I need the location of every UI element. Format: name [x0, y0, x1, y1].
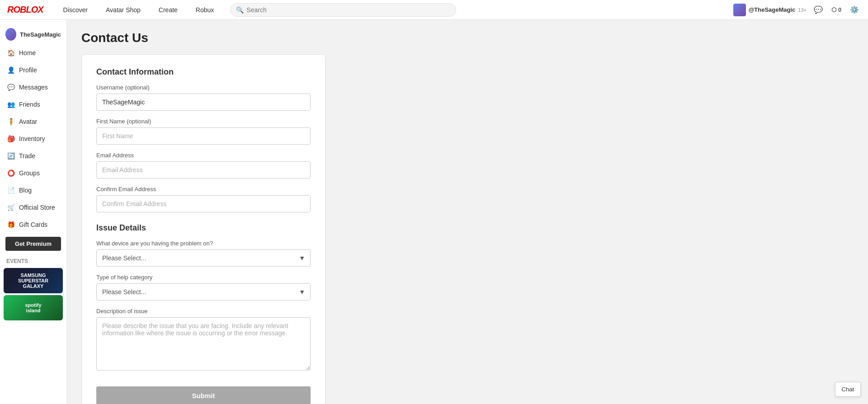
chat-icon[interactable]: 💬	[812, 4, 825, 16]
username-label: @TheSageMagic	[749, 6, 796, 13]
nav-discover[interactable]: Discover	[54, 0, 97, 20]
gift-cards-icon: 🎁	[6, 220, 15, 229]
sidebar-gift-cards-label: Gift Cards	[19, 221, 47, 228]
help-category-select-wrapper: Please Select... ▼	[96, 283, 311, 301]
robux-count: 0	[838, 6, 841, 13]
contact-form-card: Contact Information Username (optional) …	[81, 54, 326, 404]
sidebar-inventory-label: Inventory	[19, 135, 45, 142]
sidebar-item-trade[interactable]: 🔄 Trade	[0, 147, 66, 164]
sidebar-item-friends[interactable]: 👥 Friends	[0, 96, 66, 113]
email-input[interactable]	[96, 161, 311, 179]
avatar-icon: 🧍	[6, 117, 15, 126]
device-select-wrapper: Please Select... ▼	[96, 249, 311, 267]
settings-icon[interactable]: ⚙️	[848, 4, 861, 16]
username-field-group: Username (optional)	[96, 84, 311, 111]
sidebar-item-avatar[interactable]: 🧍 Avatar	[0, 113, 66, 130]
nav-avatar-shop[interactable]: Avatar Shop	[97, 0, 150, 20]
sidebar: TheSageMagic 🏠 Home 👤 Profile 💬 Messages…	[0, 20, 67, 404]
sidebar-item-home[interactable]: 🏠 Home	[0, 44, 66, 61]
friends-icon: 👥	[6, 100, 15, 109]
sidebar-blog-label: Blog	[19, 187, 32, 194]
get-premium-button[interactable]: Get Premium	[5, 237, 61, 251]
avatar	[733, 4, 746, 16]
submit-button[interactable]: Submit	[96, 386, 311, 404]
sidebar-item-profile[interactable]: 👤 Profile	[0, 61, 66, 79]
robux-icon: ⬡	[831, 6, 836, 13]
confirm-email-field-group: Confirm Email Address	[96, 186, 311, 212]
spotify-event-text: spotifyisland	[25, 302, 41, 313]
messages-icon: 💬	[6, 83, 15, 92]
firstname-input[interactable]	[96, 127, 311, 145]
device-select[interactable]: Please Select...	[96, 249, 311, 267]
sidebar-item-official-store[interactable]: 🛒 Official Store	[0, 199, 66, 216]
page-title: Contact Us	[81, 31, 854, 45]
nav-links: Discover Avatar Shop Create Robux	[54, 0, 223, 20]
firstname-label: First Name (optional)	[96, 118, 311, 125]
event-spotify-banner[interactable]: spotifyisland	[4, 295, 63, 320]
samsung-event-text: SAMSUNGSUPERSTARGALAXY	[18, 272, 48, 289]
roblox-logo[interactable]: ROBLOX	[7, 5, 43, 15]
event-samsung-banner[interactable]: SAMSUNGSUPERSTARGALAXY	[4, 268, 63, 293]
sidebar-messages-label: Messages	[19, 84, 48, 91]
firstname-field-group: First Name (optional)	[96, 118, 311, 145]
nav-create[interactable]: Create	[150, 0, 187, 20]
contact-info-title: Contact Information	[96, 67, 311, 77]
layout: TheSageMagic 🏠 Home 👤 Profile 💬 Messages…	[0, 0, 868, 404]
inventory-icon: 🎒	[6, 134, 15, 143]
help-category-field-group: Type of help category Please Select... ▼	[96, 274, 311, 301]
profile-icon: 👤	[6, 66, 15, 75]
nav-robux[interactable]: Robux	[187, 0, 223, 20]
chat-button[interactable]: Chat	[835, 382, 861, 397]
top-nav: ROBLOX Discover Avatar Shop Create Robux…	[0, 0, 868, 20]
search-bar[interactable]: 🔍	[230, 3, 456, 17]
sidebar-item-messages[interactable]: 💬 Messages	[0, 79, 66, 96]
robux-display[interactable]: ⬡ 0	[830, 4, 843, 16]
description-field-group: Description of issue	[96, 308, 311, 372]
sidebar-home-label: Home	[19, 49, 36, 56]
confirm-email-input[interactable]	[96, 195, 311, 212]
events-label: Events	[0, 254, 66, 266]
username-input[interactable]	[96, 94, 311, 111]
sidebar-username: TheSageMagic	[20, 31, 61, 38]
email-field-group: Email Address	[96, 152, 311, 179]
blog-icon: 📄	[6, 186, 15, 195]
main-content: Contact Us Contact Information Username …	[67, 20, 868, 404]
nav-right: @TheSageMagic 13+ 💬 ⬡ 0 ⚙️	[733, 4, 861, 16]
confirm-email-label: Confirm Email Address	[96, 186, 311, 193]
issue-details-title: Issue Details	[96, 223, 311, 233]
sidebar-avatar-label: Avatar	[19, 118, 37, 125]
age-label: 13+	[798, 7, 807, 13]
user-menu[interactable]: @TheSageMagic 13+	[733, 4, 807, 16]
sidebar-trade-label: Trade	[19, 152, 35, 160]
sidebar-groups-label: Groups	[19, 169, 40, 177]
email-label: Email Address	[96, 152, 311, 159]
sidebar-avatar	[5, 28, 16, 41]
device-label: What device are you having the problem o…	[96, 240, 311, 247]
help-category-label: Type of help category	[96, 274, 311, 281]
sidebar-item-inventory[interactable]: 🎒 Inventory	[0, 130, 66, 147]
description-textarea[interactable]	[96, 317, 311, 371]
search-input[interactable]	[246, 6, 450, 14]
search-icon: 🔍	[236, 6, 244, 14]
sidebar-item-gift-cards[interactable]: 🎁 Gift Cards	[0, 216, 66, 233]
groups-icon: ⭕	[6, 169, 15, 178]
description-label: Description of issue	[96, 308, 311, 315]
help-category-select[interactable]: Please Select...	[96, 283, 311, 301]
sidebar-user[interactable]: TheSageMagic	[0, 23, 66, 44]
trade-icon: 🔄	[6, 151, 15, 160]
sidebar-item-groups[interactable]: ⭕ Groups	[0, 164, 66, 182]
sidebar-profile-label: Profile	[19, 66, 37, 74]
sidebar-friends-label: Friends	[19, 101, 40, 108]
device-field-group: What device are you having the problem o…	[96, 240, 311, 267]
home-icon: 🏠	[6, 48, 15, 57]
username-label: Username (optional)	[96, 84, 311, 91]
sidebar-store-label: Official Store	[19, 204, 55, 211]
sidebar-item-blog[interactable]: 📄 Blog	[0, 182, 66, 199]
store-icon: 🛒	[6, 203, 15, 212]
